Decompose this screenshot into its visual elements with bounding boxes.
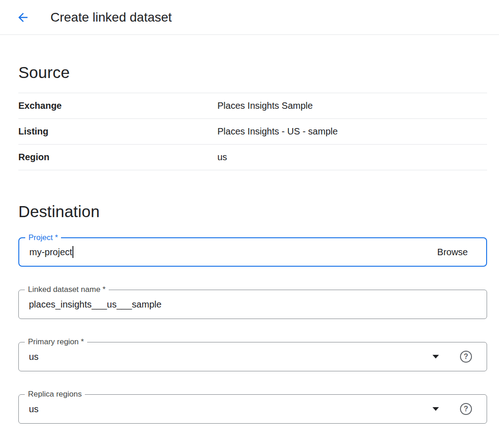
arrow-back-icon [16, 11, 30, 24]
project-field[interactable]: Project * my-project Browse [18, 237, 487, 267]
row-value: Places Insights - US - sample [217, 126, 338, 137]
replica-regions-label: Replica regions [25, 390, 85, 399]
project-input[interactable]: my-project [19, 246, 73, 258]
browse-button[interactable]: Browse [437, 247, 468, 258]
help-icon[interactable]: ? [460, 403, 472, 415]
table-row-exchange: Exchange Places Insights Sample [18, 93, 487, 119]
replica-regions-select[interactable]: us [19, 404, 39, 414]
source-section-heading: Source [18, 63, 487, 82]
table-row-listing: Listing Places Insights - US - sample [18, 119, 487, 145]
linked-dataset-name-label: Linked dataset name * [25, 285, 109, 294]
row-value: Places Insights Sample [217, 101, 313, 111]
row-label: Exchange [18, 101, 217, 111]
chevron-down-icon[interactable] [432, 407, 439, 411]
primary-region-label: Primary region * [25, 337, 87, 347]
linked-dataset-name-field[interactable]: Linked dataset name * places_insights___… [18, 290, 487, 319]
page-title: Create linked dataset [50, 10, 172, 25]
source-table: Exchange Places Insights Sample Listing … [18, 93, 487, 170]
project-field-label: Project * [25, 233, 61, 242]
replica-regions-value: us [29, 404, 39, 414]
page-header: Create linked dataset [0, 0, 499, 35]
row-label: Listing [18, 126, 217, 137]
linked-dataset-name-value: places_insights___us___sample [29, 299, 161, 310]
primary-region-select[interactable]: us [19, 352, 39, 362]
replica-regions-field[interactable]: Replica regions us ? [18, 394, 487, 424]
row-label: Region [18, 152, 217, 162]
chevron-down-icon[interactable] [432, 355, 439, 358]
main-content: Source Exchange Places Insights Sample L… [0, 63, 499, 442]
primary-region-value: us [29, 352, 39, 362]
project-input-value: my-project [29, 247, 72, 258]
text-cursor [72, 246, 73, 258]
linked-dataset-name-input[interactable]: places_insights___us___sample [19, 299, 161, 310]
row-value: us [217, 152, 227, 162]
back-button[interactable] [14, 8, 32, 27]
table-row-region: Region us [18, 145, 487, 170]
primary-region-field[interactable]: Primary region * us ? [18, 342, 487, 371]
destination-section-heading: Destination [18, 202, 487, 221]
help-icon[interactable]: ? [460, 351, 472, 363]
